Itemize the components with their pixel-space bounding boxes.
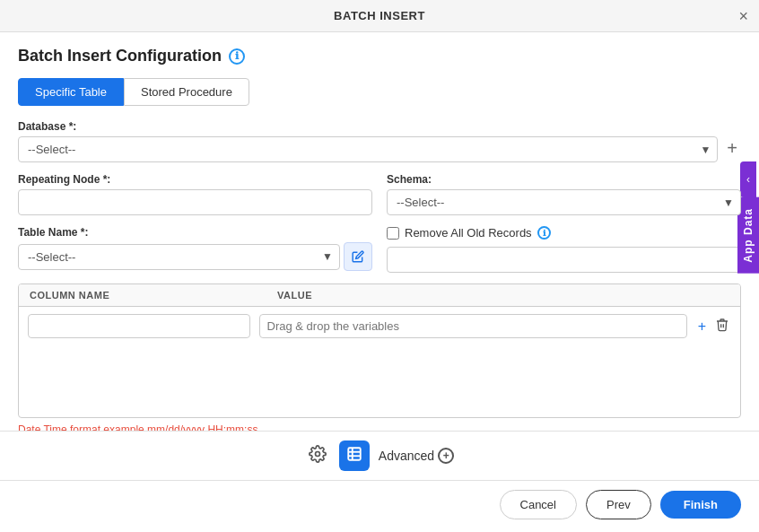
batch-insert-dialog: BATCH INSERT × ‹ App Data Batch Insert C… xyxy=(0,0,759,532)
table-select-wrap: --Select-- ▼ xyxy=(18,244,340,270)
column-value-table: COLUMN NAME VALUE + xyxy=(18,283,741,418)
advanced-label: Advanced xyxy=(379,449,434,463)
app-data-sidebar[interactable]: ‹ App Data xyxy=(737,161,759,274)
repeating-node-label: Repeating Node *: xyxy=(18,173,372,186)
info-icon[interactable]: ℹ xyxy=(229,48,245,65)
remove-all-info-icon[interactable]: ℹ xyxy=(537,226,551,240)
dialog-body: Batch Insert Configuration ℹ Specific Ta… xyxy=(0,32,759,431)
table-name-wrapper: --Select-- ▼ xyxy=(18,242,372,271)
database-label: Database *: xyxy=(18,120,718,133)
dialog-titlebar: BATCH INSERT × xyxy=(0,0,759,32)
database-select[interactable]: --Select-- xyxy=(18,136,718,162)
svg-rect-1 xyxy=(348,448,361,460)
repeating-node-group: Repeating Node *: xyxy=(18,173,372,215)
value-header: VALUE xyxy=(266,284,740,306)
schema-group: Schema: --Select-- ▼ xyxy=(387,173,741,215)
repeating-node-input[interactable] xyxy=(18,189,372,215)
column-name-header: COLUMN NAME xyxy=(19,284,266,306)
form-section: Database *: --Select-- ▼ + Repeating Nod… xyxy=(18,120,741,431)
close-button[interactable]: × xyxy=(738,8,748,24)
remove-all-checkbox[interactable] xyxy=(387,227,399,240)
add-column-button[interactable]: + xyxy=(696,317,708,336)
schema-label: Schema: xyxy=(387,173,741,186)
column-name-input[interactable] xyxy=(28,314,250,338)
footer-advanced-row: Advanced + xyxy=(0,432,759,480)
cancel-button[interactable]: Cancel xyxy=(500,490,577,519)
add-database-button[interactable]: + xyxy=(723,135,741,161)
advanced-plus-icon: + xyxy=(438,448,454,464)
data-grid-icon-button[interactable] xyxy=(339,440,370,471)
remove-all-checkbox-row: Remove All Old Records ℹ xyxy=(387,226,741,240)
database-select-wrapper: --Select-- ▼ xyxy=(18,136,718,162)
database-row: Database *: --Select-- ▼ + xyxy=(18,120,741,162)
remove-all-label: Remove All Old Records xyxy=(405,226,532,240)
tab-specific-table[interactable]: Specific Table xyxy=(18,78,124,106)
svg-point-0 xyxy=(315,451,319,456)
column-actions: + xyxy=(696,316,731,337)
advanced-button[interactable]: Advanced + xyxy=(379,448,454,464)
settings-icon-button[interactable] xyxy=(305,441,330,471)
remove-all-input[interactable] xyxy=(387,247,741,273)
remove-all-group: Remove All Old Records ℹ xyxy=(387,226,741,273)
table-select-wrapper: --Select-- ▼ xyxy=(18,244,340,270)
repeating-schema-row: Repeating Node *: Schema: --Select-- ▼ xyxy=(18,173,741,215)
column-value-row: + xyxy=(19,307,740,345)
app-data-chevron-icon[interactable]: ‹ xyxy=(740,161,756,197)
tab-stored-procedure[interactable]: Stored Procedure xyxy=(124,78,249,106)
schema-select[interactable]: --Select-- xyxy=(387,189,741,215)
delete-column-button[interactable] xyxy=(713,316,731,337)
table-name-label: Table Name *: xyxy=(18,226,372,239)
dialog-title: BATCH INSERT xyxy=(334,9,425,22)
prev-button[interactable]: Prev xyxy=(586,490,651,519)
table-remove-row: Table Name *: --Select-- ▼ xyxy=(18,226,741,273)
edit-table-button[interactable] xyxy=(344,242,372,271)
column-value-header: COLUMN NAME VALUE xyxy=(19,284,740,307)
footer-action-row: Cancel Prev Finish xyxy=(0,480,759,532)
schema-select-wrapper: --Select-- ▼ xyxy=(387,189,741,215)
date-hint: Date Time format example mm/dd/yyyy HH:m… xyxy=(18,423,741,431)
finish-button[interactable]: Finish xyxy=(660,491,741,519)
config-title: Batch Insert Configuration xyxy=(18,47,222,65)
table-name-group: Table Name *: --Select-- ▼ xyxy=(18,226,372,271)
tab-bar: Specific Table Stored Procedure xyxy=(18,78,741,106)
database-group: Database *: --Select-- ▼ xyxy=(18,120,718,162)
value-input[interactable] xyxy=(259,314,687,338)
config-header: Batch Insert Configuration ℹ xyxy=(18,47,741,65)
table-name-select[interactable]: --Select-- xyxy=(18,244,340,270)
